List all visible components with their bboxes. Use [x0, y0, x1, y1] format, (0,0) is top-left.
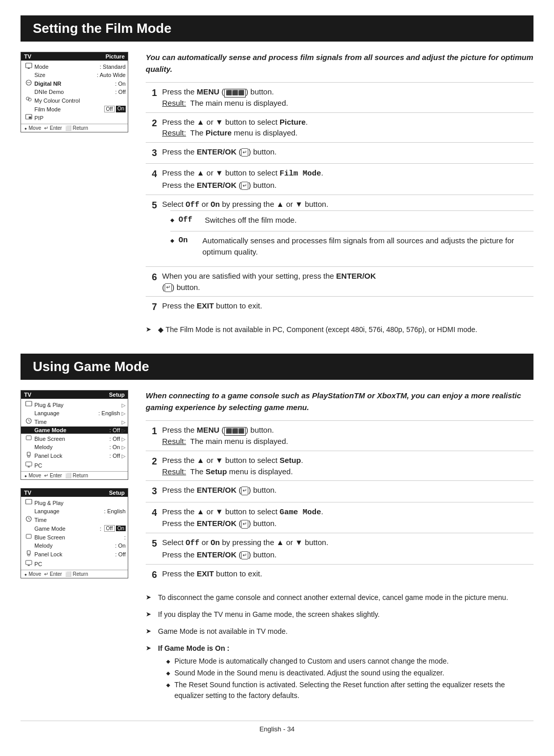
svg-rect-15 — [26, 462, 32, 466]
svg-rect-16 — [28, 467, 30, 468]
gm-step-5: 5 Select Off or On by pressing the ▲ or … — [146, 533, 533, 564]
step-num-1: 1 — [146, 86, 157, 100]
bullet-on-desc: Automatically senses and processes film … — [203, 235, 533, 258]
step-3: 3 Press the ENTER/OK (↵) button. — [146, 142, 533, 163]
step-1: 1 Press the MENU (⬛⬛⬛) button. Result: T… — [146, 82, 533, 112]
svg-line-11 — [29, 421, 30, 421]
page-footer: English - 34 — [21, 721, 533, 733]
gm1-row-plug: Plug & Play ▷ — [21, 400, 128, 410]
gm2-label-melody: Melody — [34, 542, 115, 549]
step-1-result-label: Result: — [162, 99, 186, 107]
gm-step-1-result-label: Result: — [162, 437, 186, 445]
gm1-icon-blue — [23, 434, 34, 443]
gm-step-num-1: 1 — [146, 424, 157, 438]
gm1-label-melody: Melody — [34, 444, 109, 450]
gm1-label-blue: Blue Screen — [34, 436, 109, 442]
step-content-2: Press the ▲ or ▼ button to select Pictur… — [162, 117, 533, 139]
film-mode-steps-col: You can automatically sense and process … — [146, 52, 533, 338]
menu-value-digital-nr: : On — [115, 81, 126, 87]
menu-value-dnie: : Off — [115, 89, 126, 95]
film-mode-intro: You can automatically sense and process … — [146, 52, 533, 75]
picture-label: Picture — [106, 53, 125, 60]
step-num-7: 7 — [146, 300, 157, 314]
gm2-value-panel: : Off — [115, 551, 126, 557]
menu-row-dnie: DNIe Demo : Off — [21, 88, 128, 95]
gm2-row-blue: Blue Screen : — [21, 532, 128, 542]
gm-step-content-4: Press the ▲ or ▼ button to select Game M… — [162, 506, 533, 530]
game-mode-intro: When connecting to a game console such a… — [146, 390, 533, 413]
gm1-label-plug: Plug & Play — [34, 402, 122, 408]
tv-menu-body: Mode : Standard Size : Auto Wide — [21, 61, 128, 124]
gm-step-1: 1 Press the MENU (⬛⬛⬛) button. Result: T… — [146, 420, 533, 451]
step-num-5: 5 — [146, 199, 157, 212]
gm2-row-pc: PC — [21, 559, 128, 569]
tv-menu-header: TV Picture — [21, 52, 128, 61]
gm1-row-gamemode: Game Mode : Off ▷ — [21, 427, 128, 434]
gm1-footer-enter: ↵ Enter — [44, 473, 62, 478]
gm1-icon-pc — [23, 461, 34, 470]
gm1-label-panel: Panel Lock — [34, 453, 109, 459]
gm1-label-lang: Language — [34, 410, 98, 416]
svg-rect-13 — [27, 452, 30, 456]
gm2-icon-time — [23, 515, 34, 524]
menu-row-size: Size : Auto Wide — [21, 71, 128, 79]
footer-enter: ↵ Enter — [44, 125, 62, 131]
bullet-off-desc: Switches off the film mode. — [205, 215, 296, 226]
step-2-result-label: Result: — [162, 128, 186, 137]
step-num-3: 3 — [146, 146, 157, 160]
gm-if-on-bullet-2-text: Sound Mode in the Sound menu is deactiva… — [174, 668, 444, 679]
gm-if-on-bullet-1: Picture Mode is automatically changed to… — [166, 656, 533, 667]
step-5: 5 Select Off or On by pressing the ▲ or … — [146, 195, 533, 266]
menu-row-colour: My Colour Control — [21, 95, 128, 105]
menu-value-filmmode: Off On — [104, 106, 126, 112]
gm2-label-panel: Panel Lock — [34, 551, 115, 557]
setup-label-gm2: Setup — [109, 490, 125, 496]
menu-row-digital-nr: Digital NR : On — [21, 79, 128, 88]
tv-menu-footer-gm2: ⬥ Move ↵ Enter ⬜ Return — [21, 570, 128, 578]
gm1-icon-panel — [23, 451, 34, 460]
menu-row-filmmode: Film Mode Off On — [21, 105, 128, 113]
svg-rect-25 — [28, 565, 30, 566]
gm-step-num-4: 4 — [146, 506, 157, 519]
gm-step-4: 4 Press the ▲ or ▼ button to select Game… — [146, 502, 533, 533]
gm1-row-panel: Panel Lock : Off ▷ — [21, 451, 128, 460]
game-mode-tv-menu-1: TV Setup Plug & Play ▷ Language : Englis… — [21, 390, 128, 480]
footer-text: English - 34 — [260, 725, 295, 733]
svg-rect-0 — [26, 63, 32, 68]
gm-step-num-6: 6 — [146, 568, 157, 581]
gm2-footer-move: ⬥ Move — [24, 571, 41, 577]
setup-label-gm1: Setup — [109, 392, 125, 398]
bullet-on-label: On — [179, 235, 188, 247]
bullet-off-label: Off — [179, 215, 192, 226]
bullet-off: Off Switches off the film mode. — [170, 210, 533, 230]
footer-move: ⬥ Move — [24, 125, 41, 131]
game-mode-steps: 1 Press the MENU (⬛⬛⬛) button. Result: T… — [146, 420, 533, 585]
svg-rect-23 — [28, 554, 30, 556]
gm-if-on-title: If Game Mode is On : — [158, 644, 229, 652]
tv-menu-footer-gm1: ⬥ Move ↵ Enter ⬜ Return — [21, 471, 128, 479]
gm1-value-melody: : On ▷ — [109, 444, 126, 450]
tv-menu-header-gm1: TV Setup — [21, 391, 128, 399]
gm2-icon-panel — [23, 550, 34, 558]
menu-value-size: : Auto Wide — [97, 72, 126, 78]
gm-step-num-3: 3 — [146, 484, 157, 498]
film-mode-title: Setting the Film Mode — [21, 15, 533, 42]
gm1-row-time: Time ▷ — [21, 417, 128, 427]
footer-return: ⬜ Return — [65, 125, 88, 131]
gm-if-on-bullet-3-text: The Reset Sound function is activated. S… — [174, 680, 533, 701]
gm-if-on-bullet-2: Sound Mode in the Sound menu is deactiva… — [166, 668, 533, 679]
film-mode-note: ◆ The Film Mode is not available in PC, … — [146, 321, 533, 338]
gm2-row-lang: Language : English — [21, 508, 128, 515]
film-mode-section: Setting the Film Mode TV Picture Mode : … — [21, 15, 533, 338]
gm2-row-melody: Melody : On — [21, 542, 128, 549]
gm-note-1: To disconnect the game console and conne… — [146, 589, 533, 606]
svg-rect-8 — [26, 401, 32, 406]
svg-rect-12 — [26, 436, 31, 440]
svg-rect-14 — [28, 456, 30, 457]
menu-label-pip: PIP — [34, 115, 126, 121]
svg-rect-21 — [26, 534, 31, 538]
gm-note-2: If you display the TV menu in Game mode,… — [146, 606, 533, 623]
game-mode-section: Using Game Mode TV Setup Plug & Play ▷ — [21, 354, 533, 705]
gm1-value-time: ▷ — [122, 419, 126, 425]
menu-label-dnie: DNIe Demo — [34, 89, 115, 95]
